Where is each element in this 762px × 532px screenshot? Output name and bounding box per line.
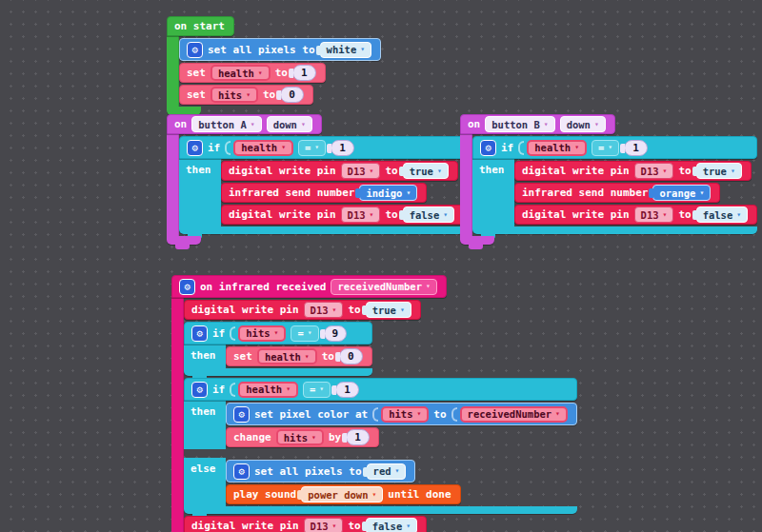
digital-write-true-block[interactable]: digital write pin D13 ▾ to true ▾ xyxy=(514,161,752,181)
if-header[interactable]: ⚙ if hits ▾ = ▾ 9 xyxy=(184,322,372,345)
on-start-block[interactable]: on start ⚙ set all pixels to white ▾ set… xyxy=(167,16,381,115)
variable-dropdown-hits[interactable]: hits ▾ xyxy=(238,325,286,342)
if-header[interactable]: ⚙ if health ▾ = ▾ 1 xyxy=(184,378,577,401)
infrared-send-block[interactable]: infrared send number orange ▾ xyxy=(514,183,720,203)
number-input[interactable]: 9 xyxy=(324,325,348,342)
pin-dropdown[interactable]: D13 ▾ xyxy=(341,207,381,223)
if-foot[interactable] xyxy=(472,227,757,234)
number-input[interactable]: 1 xyxy=(292,65,316,81)
gear-icon[interactable]: ⚙ xyxy=(191,325,208,342)
if-foot[interactable] xyxy=(184,368,372,376)
variable-dropdown-health[interactable]: health ▾ xyxy=(211,65,271,81)
operator-dropdown[interactable]: = ▾ xyxy=(298,140,326,156)
digital-write-true-block[interactable]: digital write pin D13 ▾ to true ▾ xyxy=(221,161,458,181)
variable-dropdown-hits[interactable]: hits ▾ xyxy=(211,87,258,103)
digital-write-false-block[interactable]: digital write pin D13 ▾ to false ▾ xyxy=(221,205,464,225)
number-input[interactable]: 0 xyxy=(339,348,363,365)
boolean-dropdown[interactable]: false ▾ xyxy=(696,207,748,223)
variable-dropdown-health[interactable]: health ▾ xyxy=(238,382,298,398)
if-foot[interactable] xyxy=(184,506,577,514)
if-hits-block[interactable]: ⚙ if hits ▾ = ▾ 9 xyxy=(184,322,372,376)
gear-icon[interactable]: ⚙ xyxy=(480,140,496,156)
set-health-zero-block[interactable]: set health ▾ to 0 xyxy=(226,346,372,366)
set-health-block[interactable]: set health ▾ to 1 xyxy=(179,63,326,83)
color-dropdown-red[interactable]: red ▾ xyxy=(367,463,407,480)
on-button-a-foot[interactable] xyxy=(167,236,201,245)
digital-write-false-block[interactable]: digital write pin D13 ▾ to false ▾ xyxy=(184,516,427,532)
on-start-header[interactable]: on start xyxy=(167,16,234,36)
on-infrared-received-block[interactable]: ⚙ on infrared received receivedNumber ▾ … xyxy=(171,275,577,532)
on-infrared-received-header[interactable]: ⚙ on infrared received receivedNumber ▾ xyxy=(171,275,447,298)
else-spine[interactable]: else xyxy=(184,458,226,506)
variable-dropdown-hits[interactable]: hits ▾ xyxy=(381,406,429,423)
set-all-pixels-block[interactable]: ⚙ set all pixels to white ▾ xyxy=(179,38,381,61)
digital-write-false-block[interactable]: digital write pin D13 ▾ to false ▾ xyxy=(514,205,757,225)
digital-write-true-block[interactable]: digital write pin D13 ▾ to true ▾ xyxy=(184,300,421,320)
number-input[interactable]: 1 xyxy=(624,140,648,156)
button-dropdown[interactable]: button B ▾ xyxy=(485,116,554,132)
then-spine[interactable]: then xyxy=(472,159,514,227)
number-input[interactable]: 1 xyxy=(335,382,359,398)
variable-dropdown-health[interactable]: health ▾ xyxy=(257,348,317,365)
on-infrared-received-spine[interactable] xyxy=(171,298,184,532)
gear-icon[interactable]: ⚙ xyxy=(233,463,250,480)
pin-dropdown[interactable]: D13 ▾ xyxy=(634,207,674,223)
on-button-b-spine[interactable] xyxy=(460,134,472,236)
number-input[interactable]: 1 xyxy=(331,140,354,156)
button-dropdown[interactable]: button A ▾ xyxy=(191,116,261,132)
change-hits-block[interactable]: change hits ▾ by 1 xyxy=(226,427,379,447)
if-block[interactable]: ⚙ if health ▾ = ▾ 1 xyxy=(472,136,757,234)
color-dropdown-white[interactable]: white ▾ xyxy=(320,42,371,58)
variable-dropdown-hits[interactable]: hits ▾ xyxy=(276,429,324,445)
then-spine[interactable]: then xyxy=(184,401,226,449)
gear-icon[interactable]: ⚙ xyxy=(179,279,195,295)
event-dropdown[interactable]: down ▾ xyxy=(560,116,606,132)
event-dropdown[interactable]: down ▾ xyxy=(267,116,312,132)
on-button-b-header[interactable]: on button B ▾ down ▾ xyxy=(460,114,615,134)
pin-dropdown[interactable]: D13 ▾ xyxy=(634,163,674,179)
if-foot[interactable] xyxy=(179,227,464,234)
operator-dropdown[interactable]: = ▾ xyxy=(592,140,619,156)
then-spine[interactable]: then xyxy=(179,159,221,227)
on-button-b-block[interactable]: on button B ▾ down ▾ ⚙ if health xyxy=(460,114,757,245)
number-input[interactable]: 1 xyxy=(346,429,370,445)
operator-dropdown[interactable]: = ▾ xyxy=(291,325,318,342)
if-health-block[interactable]: ⚙ if health ▾ = ▾ 1 xyxy=(184,378,577,514)
boolean-dropdown[interactable]: true ▾ xyxy=(366,302,411,318)
number-input[interactable]: 0 xyxy=(280,87,304,103)
set-pixel-color-block[interactable]: ⚙ set pixel color at hits ▾ to xyxy=(226,403,577,425)
boolean-dropdown[interactable]: true ▾ xyxy=(403,163,449,179)
sound-dropdown[interactable]: power down ▾ xyxy=(301,486,383,502)
pin-dropdown[interactable]: D13 ▾ xyxy=(304,302,344,318)
gear-icon[interactable]: ⚙ xyxy=(187,42,203,58)
on-button-a-header[interactable]: on button A ▾ down ▾ xyxy=(167,114,322,134)
color-number-dropdown[interactable]: orange ▾ xyxy=(652,185,711,201)
operator-dropdown[interactable]: = ▾ xyxy=(303,382,331,398)
boolean-dropdown[interactable]: true ▾ xyxy=(696,163,742,179)
color-number-dropdown[interactable]: indigo ▾ xyxy=(359,185,417,201)
if-block[interactable]: ⚙ if health ▾ = ▾ 1 xyxy=(179,136,464,234)
boolean-dropdown[interactable]: false ▾ xyxy=(403,207,454,223)
gear-icon[interactable]: ⚙ xyxy=(187,140,203,156)
variable-dropdown-received-number[interactable]: receivedNumber ▾ xyxy=(460,406,568,423)
gear-icon[interactable]: ⚙ xyxy=(233,406,250,423)
workspace-canvas[interactable]: on start ⚙ set all pixels to white ▾ set… xyxy=(0,0,762,532)
on-button-a-spine[interactable] xyxy=(167,134,179,236)
set-all-pixels-red-block[interactable]: ⚙ set all pixels to red ▾ xyxy=(226,460,415,483)
received-number-dropdown[interactable]: receivedNumber ▾ xyxy=(331,279,436,295)
pin-dropdown[interactable]: D13 ▾ xyxy=(341,163,381,179)
then-spine[interactable]: then xyxy=(184,345,226,368)
gear-icon[interactable]: ⚙ xyxy=(191,382,208,398)
play-sound-block[interactable]: play sound power down ▾ until done xyxy=(226,484,461,504)
set-hits-block[interactable]: set hits ▾ to 0 xyxy=(179,85,313,105)
on-button-a-block[interactable]: on button A ▾ down ▾ ⚙ if health xyxy=(167,114,464,245)
if-header[interactable]: ⚙ if health ▾ = ▾ 1 xyxy=(179,136,464,159)
if-header[interactable]: ⚙ if health ▾ = ▾ 1 xyxy=(472,136,757,159)
pin-dropdown[interactable]: D13 ▾ xyxy=(304,518,344,532)
infrared-send-block[interactable]: infrared send number indigo ▾ xyxy=(221,183,427,203)
on-start-spine[interactable] xyxy=(167,36,179,107)
variable-dropdown-health[interactable]: health ▾ xyxy=(527,140,587,156)
on-button-b-foot[interactable] xyxy=(460,236,494,245)
variable-dropdown-health[interactable]: health ▾ xyxy=(233,140,293,156)
boolean-dropdown[interactable]: false ▾ xyxy=(366,518,417,532)
